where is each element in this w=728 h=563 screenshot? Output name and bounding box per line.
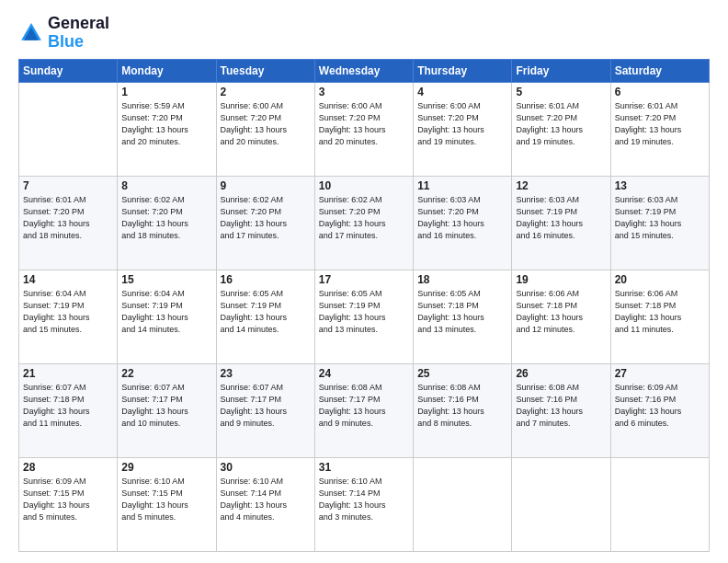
day-number: 16 xyxy=(221,273,311,286)
day-info: Sunrise: 6:08 AM Sunset: 7:17 PM Dayligh… xyxy=(319,382,409,430)
day-info: Sunrise: 6:05 AM Sunset: 7:18 PM Dayligh… xyxy=(417,288,507,336)
calendar-cell: 2Sunrise: 6:00 AM Sunset: 7:20 PM Daylig… xyxy=(216,82,314,176)
day-info: Sunrise: 6:01 AM Sunset: 7:20 PM Dayligh… xyxy=(615,100,705,148)
calendar-cell: 27Sunrise: 6:09 AM Sunset: 7:16 PM Dayli… xyxy=(610,363,709,457)
day-info: Sunrise: 5:59 AM Sunset: 7:20 PM Dayligh… xyxy=(121,100,211,148)
day-info: Sunrise: 6:05 AM Sunset: 7:19 PM Dayligh… xyxy=(319,288,409,336)
day-info: Sunrise: 6:02 AM Sunset: 7:20 PM Dayligh… xyxy=(319,194,409,242)
day-number: 2 xyxy=(221,86,311,98)
dow-header-thursday: Thursday xyxy=(414,59,512,82)
day-info: Sunrise: 6:03 AM Sunset: 7:19 PM Dayligh… xyxy=(615,194,705,242)
logo: GeneralBlue xyxy=(18,15,109,52)
calendar-cell: 17Sunrise: 6:05 AM Sunset: 7:19 PM Dayli… xyxy=(314,270,413,363)
day-info: Sunrise: 6:03 AM Sunset: 7:19 PM Dayligh… xyxy=(516,194,606,242)
day-info: Sunrise: 6:08 AM Sunset: 7:16 PM Dayligh… xyxy=(417,382,507,430)
day-number: 22 xyxy=(121,367,211,380)
dow-header-tuesday: Tuesday xyxy=(216,59,314,82)
week-row-2: 7Sunrise: 6:01 AM Sunset: 7:20 PM Daylig… xyxy=(19,176,710,270)
calendar-cell: 4Sunrise: 6:00 AM Sunset: 7:20 PM Daylig… xyxy=(414,82,512,176)
day-number: 30 xyxy=(221,461,311,474)
calendar-cell: 15Sunrise: 6:04 AM Sunset: 7:19 PM Dayli… xyxy=(118,270,216,363)
day-number: 8 xyxy=(121,179,211,192)
calendar-cell: 31Sunrise: 6:10 AM Sunset: 7:14 PM Dayli… xyxy=(314,457,413,551)
day-info: Sunrise: 6:10 AM Sunset: 7:14 PM Dayligh… xyxy=(221,476,311,523)
calendar-cell xyxy=(610,457,709,551)
calendar-cell: 14Sunrise: 6:04 AM Sunset: 7:19 PM Dayli… xyxy=(19,270,118,363)
dow-header-saturday: Saturday xyxy=(610,59,709,82)
calendar-cell: 1Sunrise: 5:59 AM Sunset: 7:20 PM Daylig… xyxy=(118,82,216,176)
day-info: Sunrise: 6:01 AM Sunset: 7:20 PM Dayligh… xyxy=(23,194,113,242)
day-number: 6 xyxy=(615,86,705,98)
week-row-5: 28Sunrise: 6:09 AM Sunset: 7:15 PM Dayli… xyxy=(19,457,710,551)
calendar-cell: 8Sunrise: 6:02 AM Sunset: 7:20 PM Daylig… xyxy=(118,176,216,270)
day-number: 9 xyxy=(221,179,311,192)
day-number: 28 xyxy=(23,461,113,474)
day-info: Sunrise: 6:07 AM Sunset: 7:18 PM Dayligh… xyxy=(23,382,113,430)
calendar-body: 1Sunrise: 5:59 AM Sunset: 7:20 PM Daylig… xyxy=(19,82,710,551)
calendar-cell xyxy=(512,457,610,551)
calendar-cell: 25Sunrise: 6:08 AM Sunset: 7:16 PM Dayli… xyxy=(414,363,512,457)
days-of-week-row: SundayMondayTuesdayWednesdayThursdayFrid… xyxy=(19,59,710,82)
calendar-cell: 30Sunrise: 6:10 AM Sunset: 7:14 PM Dayli… xyxy=(216,457,314,551)
day-number: 15 xyxy=(121,273,211,286)
calendar-cell: 9Sunrise: 6:02 AM Sunset: 7:20 PM Daylig… xyxy=(216,176,314,270)
calendar-cell: 22Sunrise: 6:07 AM Sunset: 7:17 PM Dayli… xyxy=(118,363,216,457)
calendar-cell: 6Sunrise: 6:01 AM Sunset: 7:20 PM Daylig… xyxy=(610,82,709,176)
day-info: Sunrise: 6:06 AM Sunset: 7:18 PM Dayligh… xyxy=(516,288,606,336)
calendar-cell: 23Sunrise: 6:07 AM Sunset: 7:17 PM Dayli… xyxy=(216,363,314,457)
day-info: Sunrise: 6:08 AM Sunset: 7:16 PM Dayligh… xyxy=(516,382,606,430)
day-number: 23 xyxy=(221,367,311,380)
calendar-cell: 20Sunrise: 6:06 AM Sunset: 7:18 PM Dayli… xyxy=(610,270,709,363)
day-number: 1 xyxy=(121,86,211,98)
day-info: Sunrise: 6:05 AM Sunset: 7:19 PM Dayligh… xyxy=(221,288,311,336)
calendar-cell: 28Sunrise: 6:09 AM Sunset: 7:15 PM Dayli… xyxy=(19,457,118,551)
calendar-cell: 21Sunrise: 6:07 AM Sunset: 7:18 PM Dayli… xyxy=(19,363,118,457)
day-number: 3 xyxy=(319,86,409,98)
calendar-cell: 12Sunrise: 6:03 AM Sunset: 7:19 PM Dayli… xyxy=(512,176,610,270)
day-number: 25 xyxy=(417,367,507,380)
calendar-cell: 10Sunrise: 6:02 AM Sunset: 7:20 PM Dayli… xyxy=(314,176,413,270)
dow-header-friday: Friday xyxy=(512,59,610,82)
calendar-cell xyxy=(19,82,118,176)
day-info: Sunrise: 6:09 AM Sunset: 7:15 PM Dayligh… xyxy=(23,476,113,523)
day-info: Sunrise: 6:10 AM Sunset: 7:14 PM Dayligh… xyxy=(319,476,409,523)
day-info: Sunrise: 6:01 AM Sunset: 7:20 PM Dayligh… xyxy=(516,100,606,148)
day-info: Sunrise: 6:07 AM Sunset: 7:17 PM Dayligh… xyxy=(121,382,211,430)
calendar-cell: 11Sunrise: 6:03 AM Sunset: 7:20 PM Dayli… xyxy=(414,176,512,270)
calendar-cell: 13Sunrise: 6:03 AM Sunset: 7:19 PM Dayli… xyxy=(610,176,709,270)
calendar-cell: 5Sunrise: 6:01 AM Sunset: 7:20 PM Daylig… xyxy=(512,82,610,176)
week-row-1: 1Sunrise: 5:59 AM Sunset: 7:20 PM Daylig… xyxy=(19,82,710,176)
day-info: Sunrise: 6:07 AM Sunset: 7:17 PM Dayligh… xyxy=(221,382,311,430)
day-number: 31 xyxy=(319,461,409,474)
calendar-cell: 26Sunrise: 6:08 AM Sunset: 7:16 PM Dayli… xyxy=(512,363,610,457)
calendar-cell: 19Sunrise: 6:06 AM Sunset: 7:18 PM Dayli… xyxy=(512,270,610,363)
dow-header-wednesday: Wednesday xyxy=(314,59,413,82)
week-row-4: 21Sunrise: 6:07 AM Sunset: 7:18 PM Dayli… xyxy=(19,363,710,457)
day-info: Sunrise: 6:04 AM Sunset: 7:19 PM Dayligh… xyxy=(121,288,211,336)
day-info: Sunrise: 6:00 AM Sunset: 7:20 PM Dayligh… xyxy=(319,100,409,148)
dow-header-monday: Monday xyxy=(118,59,216,82)
logo-text: GeneralBlue xyxy=(48,15,109,52)
day-number: 26 xyxy=(516,367,606,380)
day-number: 5 xyxy=(516,86,606,98)
day-number: 14 xyxy=(23,273,113,286)
day-number: 11 xyxy=(417,179,507,192)
day-info: Sunrise: 6:02 AM Sunset: 7:20 PM Dayligh… xyxy=(121,194,211,242)
day-number: 12 xyxy=(516,179,606,192)
day-info: Sunrise: 6:09 AM Sunset: 7:16 PM Dayligh… xyxy=(615,382,705,430)
calendar-cell: 29Sunrise: 6:10 AM Sunset: 7:15 PM Dayli… xyxy=(118,457,216,551)
day-info: Sunrise: 6:06 AM Sunset: 7:18 PM Dayligh… xyxy=(615,288,705,336)
calendar-cell: 7Sunrise: 6:01 AM Sunset: 7:20 PM Daylig… xyxy=(19,176,118,270)
day-number: 27 xyxy=(615,367,705,380)
day-number: 20 xyxy=(615,273,705,286)
calendar-cell: 24Sunrise: 6:08 AM Sunset: 7:17 PM Dayli… xyxy=(314,363,413,457)
day-number: 13 xyxy=(615,179,705,192)
day-number: 24 xyxy=(319,367,409,380)
day-number: 18 xyxy=(417,273,507,286)
day-info: Sunrise: 6:10 AM Sunset: 7:15 PM Dayligh… xyxy=(121,476,211,523)
calendar-table: SundayMondayTuesdayWednesdayThursdayFrid… xyxy=(18,59,710,552)
day-number: 4 xyxy=(417,86,507,98)
day-number: 17 xyxy=(319,273,409,286)
day-info: Sunrise: 6:02 AM Sunset: 7:20 PM Dayligh… xyxy=(221,194,311,242)
day-info: Sunrise: 6:04 AM Sunset: 7:19 PM Dayligh… xyxy=(23,288,113,336)
